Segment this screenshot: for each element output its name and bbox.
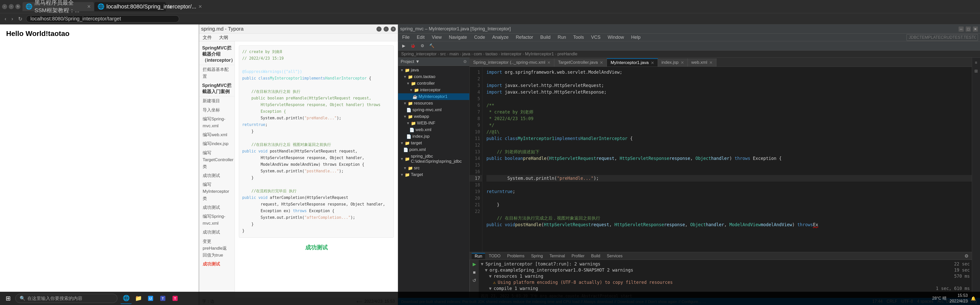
browser-back-btn[interactable]: ‹ — [2, 4, 7, 9]
sidebar-item-spring-mvc-xml-2[interactable]: 编写Spring-mvc.xml — [199, 212, 234, 228]
close-tab-spring-mvc[interactable]: ✕ — [547, 60, 550, 65]
sidebar-item-spring-mvc-xml[interactable]: 编写Spring-mvc.xml — [199, 114, 234, 130]
tab-close-1[interactable]: ✕ — [198, 4, 202, 10]
ide-menu-view[interactable]: View — [430, 34, 444, 41]
back-button[interactable]: ‹ — [3, 15, 8, 22]
tree-item-src[interactable]: ▼📁 src — [398, 165, 469, 172]
run-rerun-btn[interactable]: ↺ — [471, 277, 478, 284]
browser-refresh-btn[interactable]: ↻ — [15, 4, 21, 9]
toolbar-settings-btn[interactable]: ⚙ — [418, 43, 426, 49]
editor-tab-spring-mvc[interactable]: Spring_interceptor (.._spring-mvc.xml ✕ — [469, 59, 554, 67]
project-settings-btn[interactable]: ⚙ — [463, 59, 467, 64]
toolbar-build-btn[interactable]: 🔨 — [427, 43, 436, 49]
typora-menu-edit[interactable]: 大纲 — [218, 34, 230, 41]
sidebar-item-config[interactable]: 拦截器基本配置 — [199, 65, 234, 81]
tree-item-target[interactable]: ▼📁 target — [398, 140, 469, 146]
sidebar-item-interceptor[interactable]: 编写MyInterceptor类 — [199, 180, 234, 203]
sidebar-item-new-project[interactable]: 新建项目 — [199, 96, 234, 105]
ide-menu-tools[interactable]: Tools — [571, 34, 586, 41]
typora-close[interactable]: ✕ — [391, 27, 396, 32]
tree-item-spring-mvc-xml[interactable]: 📄 spring-mvc.xml — [398, 106, 469, 113]
ide-maximize[interactable]: □ — [966, 27, 971, 32]
ide-menu-file[interactable]: File — [400, 34, 412, 41]
ide-minimize[interactable]: ─ — [959, 27, 964, 32]
sidebar-item-success-1[interactable]: 成功测试 — [199, 171, 234, 180]
typora-minimize[interactable]: ─ — [376, 27, 382, 32]
taskbar-start-btn[interactable]: ⊞ — [2, 293, 14, 304]
browser-tab-0[interactable]: 🌐 黑马程序员最全SSM框架教程：... ✕ — [22, 2, 94, 11]
ide-menu-edit[interactable]: Edit — [415, 34, 427, 41]
run-stop-btn[interactable]: ■ — [471, 269, 478, 276]
sidebar-item-import-coords[interactable]: 导入坐标 — [199, 106, 234, 114]
tree-item-spring-jdbc[interactable]: ▼📁 spring_jdbc C:\idea\Spring\spring_jdb… — [398, 153, 469, 165]
tab-close-0[interactable]: ✕ — [87, 4, 91, 10]
ide-menu-refactor[interactable]: Refactor — [514, 34, 535, 41]
toolbar-debug-btn[interactable]: 🐞 — [408, 43, 417, 49]
tab-terminal[interactable]: Terminal — [546, 253, 568, 259]
typora-editor[interactable]: // create by 刘南8 // 2022/4/23 15:19 @Sup… — [235, 41, 398, 298]
tree-item-index-jsp[interactable]: 📄 index.jsp — [398, 133, 469, 140]
sidebar-item-index-jsp[interactable]: 编写index.jsp — [199, 139, 234, 148]
tree-item-web-xml[interactable]: 📄 web.xml — [398, 127, 469, 133]
tab-spring[interactable]: Spring — [528, 253, 546, 259]
sidebar-item-success-2[interactable]: 成功测试 — [199, 203, 234, 212]
close-tab-jsp[interactable]: ✕ — [681, 60, 684, 65]
tree-item-pom-xml[interactable]: 📄 pom.xml — [398, 146, 469, 153]
taskbar-notification[interactable]: 🔔 — [971, 296, 976, 301]
taskbar-icon-idea[interactable]: IJ — [145, 293, 156, 304]
editor-tab-index-jsp[interactable]: index.jsp ✕ — [658, 59, 688, 67]
tree-item-myinterceptor1[interactable]: ☕ MyInterceptor1 — [398, 93, 469, 100]
tab-services[interactable]: Services — [604, 253, 625, 259]
address-input[interactable] — [26, 15, 179, 22]
structure-hierarchy[interactable]: ⊞ — [973, 68, 979, 74]
tree-item-webapp[interactable]: ▼📁 webapp — [398, 113, 469, 120]
browser-tab-1[interactable]: 🌐 localhost:8080/Spring_interceptor/... … — [94, 2, 166, 11]
editor-tab-target-controller[interactable]: TargetController.java ✕ — [554, 59, 607, 67]
tree-item-web-inf[interactable]: ▼📁 WEB-INF — [398, 120, 469, 127]
taskbar-icon-typora[interactable]: T — [157, 293, 169, 304]
tab-problems[interactable]: Problems — [504, 253, 528, 259]
taskbar-icon-chrome[interactable]: 🌐 — [121, 293, 132, 304]
taskbar-icon-app2[interactable]: T — [169, 293, 181, 304]
editor-tab-web-xml[interactable]: web.xml ✕ — [688, 59, 716, 67]
ide-menu-window[interactable]: Window — [606, 34, 626, 41]
taskbar-search[interactable]: 🔍 在这里输入你要搜索的内容 — [15, 294, 118, 303]
toolbar-run-btn[interactable]: ▶ — [400, 43, 407, 49]
sidebar-item-target-controller[interactable]: 编写TargetController类 — [199, 148, 234, 172]
tree-item-com-taotao[interactable]: ▼📁 com.taotao — [398, 73, 469, 80]
ide-menu-vcs[interactable]: VCS — [589, 34, 603, 41]
ide-menu-code[interactable]: Code — [472, 34, 487, 41]
sidebar-item-success-4[interactable]: 成功测试 — [199, 260, 234, 268]
run-play-btn[interactable]: ▶ — [471, 261, 478, 267]
tree-item-target-2[interactable]: ▼📁 Target — [398, 172, 469, 178]
ide-search-input[interactable] — [907, 34, 978, 41]
tree-item-resources[interactable]: ▼📁 resources — [398, 100, 469, 106]
new-tab-button[interactable]: + — [166, 3, 175, 11]
taskbar-icon-explorer[interactable]: 📁 — [133, 293, 144, 304]
tab-profiler[interactable]: Profiler — [569, 253, 588, 259]
forward-button[interactable]: › — [10, 15, 15, 22]
sidebar-section-demo[interactable]: SpringMVC拦截器入门案例 — [199, 81, 234, 96]
tree-item-controller[interactable]: ▼📁 controller — [398, 80, 469, 87]
typora-maximize[interactable]: □ — [383, 27, 389, 32]
tree-item-interceptor-folder[interactable]: ▼📁 interceptor — [398, 87, 469, 93]
bottom-panel-settings[interactable]: ⚙ — [963, 253, 970, 259]
close-tab-interceptor[interactable]: ✕ — [651, 60, 654, 65]
ide-menu-run[interactable]: Run — [555, 34, 568, 41]
tab-todo[interactable]: TODO — [486, 253, 504, 259]
sidebar-item-web-xml[interactable]: 编写web.xml — [199, 130, 234, 139]
tree-item-java[interactable]: ▼📁 java — [398, 67, 469, 73]
tab-run[interactable]: Run — [472, 253, 485, 259]
ide-close[interactable]: ✕ — [973, 27, 978, 32]
browser-forward-btn[interactable]: › — [9, 4, 14, 9]
typora-menu-file[interactable]: 文件 — [201, 34, 213, 41]
ide-menu-help[interactable]: Help — [629, 34, 643, 41]
sidebar-item-prehandle[interactable]: 变更preHandle返回值为true — [199, 237, 234, 260]
ide-menu-build[interactable]: Build — [538, 34, 552, 41]
code-editor[interactable]: 1 2 3 4 5 6 7 8 9 10 11 12 13 14 — [469, 67, 972, 252]
sidebar-section-springmvc[interactable]: SpringMVC拦截器介绍（interceptor） — [199, 43, 234, 65]
tab-build[interactable]: Build — [588, 253, 603, 259]
sidebar-item-success-3[interactable]: 成功测试 — [199, 228, 234, 237]
close-tab-target[interactable]: ✕ — [600, 60, 603, 65]
structure-toggle[interactable]: ≡ — [973, 60, 979, 66]
